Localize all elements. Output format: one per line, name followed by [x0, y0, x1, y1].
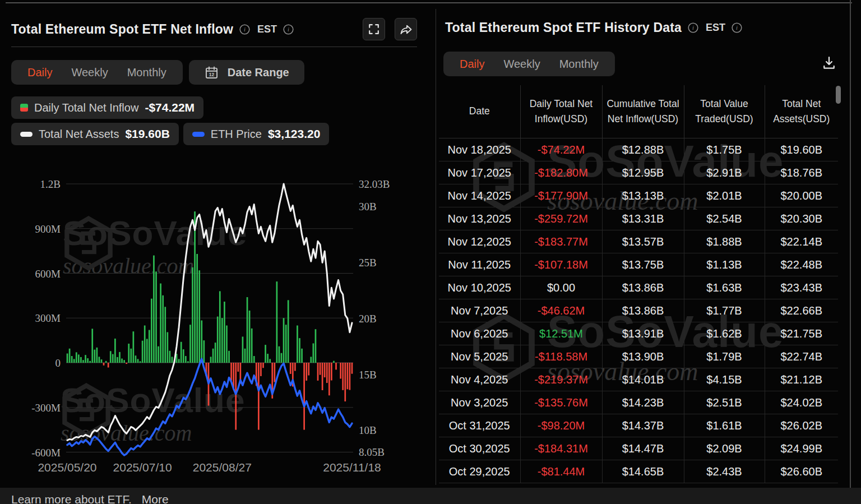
daily-inflow-cell: -$184.31M: [520, 437, 602, 460]
date-range-label: Date Range: [228, 66, 289, 79]
chart-controls: Daily Weekly Monthly 12 Date Range: [11, 60, 304, 85]
history-table-body: Nov 18,2025-$74.22M$12.88B$1.75B$19.60BN…: [439, 138, 838, 483]
net-assets-cell: $22.48B: [765, 253, 838, 276]
column-header: Daily Total Net Inflow(USD): [520, 85, 602, 138]
cumulative-inflow-cell: $13.86B: [602, 276, 684, 299]
page-scrollbar-track[interactable]: [850, 0, 851, 504]
date-cell: Nov 3,2025: [439, 391, 520, 414]
date-cell: Oct 31,2025: [439, 414, 520, 437]
svg-text:10B: 10B: [359, 424, 377, 436]
tab-monthly[interactable]: Monthly: [118, 60, 176, 85]
value-traded-cell: $2.54B: [684, 207, 765, 230]
legend-assets-value: $19.60B: [125, 127, 169, 141]
svg-text:1.2B: 1.2B: [40, 178, 61, 190]
share-icon[interactable]: [395, 18, 417, 40]
cumulative-inflow-cell: $13.91B: [602, 322, 684, 345]
legend-eth-price[interactable]: ETH Price $3,123.20: [183, 123, 330, 145]
tab-daily[interactable]: Daily: [18, 60, 62, 85]
table-row: Nov 12,2025-$183.77M$13.57B$1.88B$22.14B: [439, 230, 838, 253]
value-traded-cell: $4.15B: [684, 368, 765, 391]
daily-inflow-cell: -$183.77M: [520, 230, 602, 253]
info-icon[interactable]: i: [687, 22, 699, 34]
cumulative-inflow-cell: $13.31B: [602, 207, 684, 230]
svg-text:i: i: [288, 26, 289, 33]
value-traded-cell: $2.09B: [684, 437, 765, 460]
svg-text:8.05B: 8.05B: [359, 446, 385, 458]
cumulative-inflow-cell: $13.13B: [602, 184, 684, 207]
inflow-chart: SoSoValue sosovalue.com SoSoValue sosova…: [0, 160, 436, 482]
net-assets-cell: $22.14B: [765, 230, 838, 253]
daily-inflow-cell: -$107.18M: [520, 253, 602, 276]
legend-daily-net-inflow[interactable]: Daily Total Net Inflow -$74.22M: [11, 96, 203, 119]
svg-text:2025/08/27: 2025/08/27: [193, 461, 252, 474]
svg-text:0: 0: [55, 357, 61, 369]
svg-text:2025/05/20: 2025/05/20: [38, 461, 96, 474]
net-assets-cell: $24.99B: [765, 437, 838, 460]
info-icon[interactable]: i: [283, 24, 294, 35]
daily-inflow-cell: -$259.72M: [520, 207, 602, 230]
chart-actions: [363, 18, 417, 40]
net-assets-cell: $21.75B: [765, 322, 838, 345]
svg-text:2025/11/18: 2025/11/18: [323, 461, 381, 474]
value-traded-cell: $1.62B: [684, 322, 765, 345]
net-assets-cell: $24.02B: [765, 391, 838, 414]
column-header: Total Net Assets(USD): [765, 85, 838, 138]
svg-text:i: i: [244, 26, 246, 33]
svg-text:30B: 30B: [359, 201, 377, 212]
calendar-icon: 12: [204, 65, 219, 80]
date-cell: Nov 13,2025: [439, 207, 520, 230]
info-icon[interactable]: i: [731, 22, 743, 34]
net-inflow-chart-panel: Total Ethereum Spot ETF Net Inflow i EST…: [0, 0, 436, 488]
daily-inflow-cell: -$177.90M: [520, 184, 602, 207]
value-traded-cell: $1.79B: [684, 345, 765, 368]
table-row: Oct 31,2025-$98.20M$14.37B$1.61B$26.02B: [439, 414, 838, 437]
tab-daily[interactable]: Daily: [450, 52, 494, 76]
more-link[interactable]: More: [142, 493, 169, 504]
legend-assets-label: Total Net Assets: [39, 128, 119, 141]
svg-text:12: 12: [209, 72, 215, 77]
table-header-row: DateDaily Total Net Inflow(USD)Cumulativ…: [439, 85, 838, 138]
net-assets-cell: $22.74B: [765, 345, 838, 368]
download-icon[interactable]: [821, 55, 837, 73]
chart-panel-header: Total Ethereum Spot ETF Net Inflow i EST…: [11, 17, 417, 41]
table-row: Oct 29,2025-$81.44M$14.65B$2.43B$26.60B: [439, 460, 838, 483]
net-assets-cell: $22.66B: [765, 299, 838, 322]
info-icon[interactable]: i: [239, 24, 251, 35]
cumulative-inflow-cell: $13.86B: [602, 299, 684, 322]
cumulative-inflow-cell: $13.90B: [602, 345, 684, 368]
net-assets-cell: $20.30B: [765, 207, 838, 230]
svg-text:900M: 900M: [35, 223, 61, 235]
value-traded-cell: $2.91B: [684, 161, 765, 184]
legend-total-net-assets[interactable]: Total Net Assets $19.60B: [11, 123, 179, 145]
svg-text:300M: 300M: [35, 312, 61, 324]
est-label: EST: [706, 22, 725, 34]
table-period-tabs: Daily Weekly Monthly: [443, 52, 615, 76]
daily-inflow-cell: $0.00: [520, 276, 602, 299]
combo-chart-svg: 1.2B900M600M300M0-300M-600M32.03B30B25B2…: [0, 160, 436, 482]
legend-daily-label: Daily Total Net Inflow: [34, 101, 138, 114]
chart-period-tabs: Daily Weekly Monthly: [11, 60, 183, 85]
tab-weekly[interactable]: Weekly: [62, 60, 117, 85]
table-row: Nov 14,2025-$177.90M$13.13B$2.01B$20.00B: [439, 184, 838, 207]
table-row: Nov 11,2025-$107.18M$13.75B$1.13B$22.48B: [439, 253, 838, 276]
column-header: Total Value Traded(USD): [684, 85, 765, 138]
daily-inflow-cell: -$46.62M: [520, 299, 602, 322]
column-header: Date: [439, 85, 520, 138]
fullscreen-button[interactable]: [363, 18, 385, 40]
table-row: Nov 4,2025-$219.37M$14.01B$4.15B$21.12B: [439, 368, 838, 391]
date-cell: Nov 5,2025: [439, 345, 520, 368]
tab-monthly[interactable]: Monthly: [550, 52, 608, 76]
cumulative-inflow-cell: $12.88B: [602, 138, 684, 161]
table-scrollbar-thumb[interactable]: [836, 86, 841, 104]
assets-series-icon: [20, 132, 33, 137]
net-assets-cell: $20.00B: [765, 184, 838, 207]
date-range-button[interactable]: 12 Date Range: [189, 60, 304, 85]
cumulative-inflow-cell: $14.65B: [602, 460, 684, 483]
svg-text:i: i: [692, 25, 694, 31]
daily-inflow-cell: -$219.37M: [520, 368, 602, 391]
table-row: Nov 17,2025-$182.80M$12.95B$2.91B$18.76B: [439, 161, 838, 184]
value-traded-cell: $1.61B: [684, 414, 765, 437]
tab-weekly[interactable]: Weekly: [494, 52, 549, 76]
etf-dashboard: Total Ethereum Spot ETF Net Inflow i EST…: [0, 0, 861, 504]
table-row: Nov 13,2025-$259.72M$13.31B$2.54B$20.30B: [439, 207, 838, 230]
